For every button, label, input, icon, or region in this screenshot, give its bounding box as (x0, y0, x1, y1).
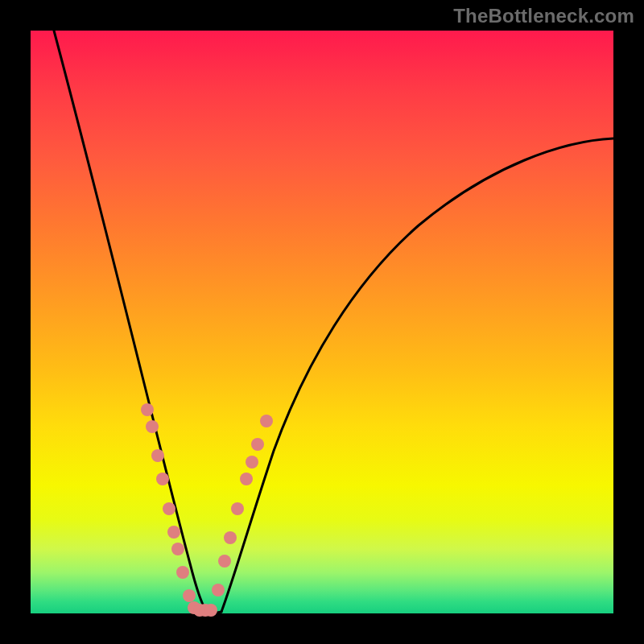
svg-point-4 (163, 502, 175, 515)
marker-group (141, 403, 273, 617)
curve-right-branch (221, 138, 613, 612)
svg-point-14 (218, 555, 231, 568)
svg-point-12 (204, 604, 217, 617)
svg-point-17 (240, 473, 253, 485)
curve-left-branch (54, 31, 208, 612)
svg-point-7 (176, 566, 189, 579)
svg-point-19 (251, 438, 264, 451)
svg-point-20 (260, 415, 273, 427)
svg-point-2 (151, 449, 164, 462)
svg-point-6 (171, 543, 184, 555)
chart-svg (0, 0, 644, 644)
chart-frame: TheBottleneck.com (0, 0, 644, 644)
svg-point-15 (224, 531, 237, 544)
svg-point-0 (141, 403, 154, 416)
svg-point-8 (183, 589, 196, 602)
svg-point-3 (156, 473, 169, 485)
svg-point-1 (146, 420, 159, 433)
watermark-text: TheBottleneck.com (453, 5, 634, 27)
svg-point-13 (212, 584, 225, 597)
svg-point-18 (246, 456, 258, 469)
svg-point-5 (167, 526, 180, 539)
svg-point-16 (231, 502, 244, 515)
